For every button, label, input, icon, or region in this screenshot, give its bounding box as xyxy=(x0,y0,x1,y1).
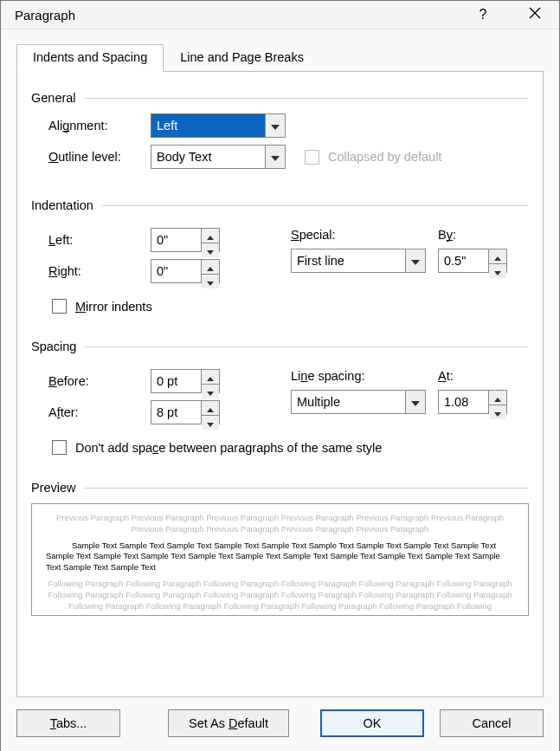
indent-left-down[interactable] xyxy=(202,243,219,257)
line-spacing-input[interactable] xyxy=(291,390,405,414)
by-up[interactable] xyxy=(489,249,506,263)
before-input[interactable] xyxy=(151,369,201,393)
caret-up-icon xyxy=(207,401,214,415)
at-up[interactable] xyxy=(489,391,506,405)
no-space-label: Don't add space between paragraphs of th… xyxy=(75,441,382,455)
caret-up-icon xyxy=(207,370,214,384)
after-up[interactable] xyxy=(202,401,219,415)
tabs-button[interactable]: Tabs... xyxy=(16,709,120,737)
indent-right-label: Right: xyxy=(48,264,151,278)
preview-box: Previous Paragraph Previous Paragraph Pr… xyxy=(31,503,529,616)
preview-following: Following Paragraph Following Paragraph … xyxy=(46,579,514,612)
caret-down-icon xyxy=(207,385,214,398)
outline-input[interactable] xyxy=(151,145,265,169)
close-icon xyxy=(529,7,541,23)
line-spacing-dropdown-button[interactable] xyxy=(405,390,426,414)
line-spacing-label: Line spacing: xyxy=(291,369,438,383)
set-as-default-button[interactable]: Set As Default xyxy=(168,709,289,737)
caret-down-icon xyxy=(207,275,214,288)
after-down[interactable] xyxy=(202,415,219,430)
indent-left-input[interactable] xyxy=(151,228,201,252)
indent-right-spinner[interactable] xyxy=(151,259,220,283)
caret-down-icon xyxy=(494,264,501,278)
outline-combo[interactable] xyxy=(151,145,286,169)
indent-right-input[interactable] xyxy=(151,259,201,283)
outline-dropdown-button[interactable] xyxy=(265,145,286,169)
alignment-combo[interactable] xyxy=(151,113,286,138)
at-input[interactable] xyxy=(438,390,488,414)
tab-label: Line and Page Breaks xyxy=(180,50,304,64)
tab-indents-spacing[interactable]: Indents and Spacing xyxy=(16,44,164,72)
preview-sample: Sample Text Sample Text Sample Text Samp… xyxy=(46,541,514,573)
indent-left-label: Left: xyxy=(48,233,151,247)
indent-right-up[interactable] xyxy=(202,260,219,274)
outline-label: Outline level: xyxy=(48,150,151,164)
caret-up-icon xyxy=(494,391,501,405)
special-label: Special: xyxy=(291,228,438,242)
at-label: At: xyxy=(438,369,486,383)
before-label: Before: xyxy=(48,374,151,388)
alignment-label: Alignment: xyxy=(48,119,151,133)
after-input[interactable] xyxy=(151,400,201,424)
by-label: By: xyxy=(438,228,486,242)
indent-left-up[interactable] xyxy=(202,229,219,243)
after-label: After: xyxy=(48,405,151,419)
caret-down-icon xyxy=(494,405,501,419)
tab-label: Indents and Spacing xyxy=(33,50,147,64)
collapsed-checkbox xyxy=(305,150,319,165)
ok-label: OK xyxy=(364,716,382,730)
ok-button[interactable]: OK xyxy=(320,709,424,737)
chevron-down-icon xyxy=(411,395,420,409)
close-button[interactable] xyxy=(519,1,550,29)
special-dropdown-button[interactable] xyxy=(405,249,426,273)
special-combo[interactable] xyxy=(291,249,426,273)
tab-line-page-breaks[interactable]: Line and Page Breaks xyxy=(164,44,320,72)
after-spinner[interactable] xyxy=(151,400,220,424)
chevron-down-icon xyxy=(271,119,280,133)
collapsed-label: Collapsed by default xyxy=(328,150,441,164)
cancel-button[interactable]: Cancel xyxy=(440,709,544,737)
section-preview: Preview xyxy=(31,481,76,495)
chevron-down-icon xyxy=(271,150,280,164)
cancel-label: Cancel xyxy=(472,716,511,730)
alignment-dropdown-button[interactable] xyxy=(265,113,286,138)
tabstrip: Indents and Spacing Line and Page Breaks xyxy=(16,43,544,72)
caret-down-icon xyxy=(207,243,214,257)
before-spinner[interactable] xyxy=(151,369,220,393)
paragraph-dialog: Paragraph ? Indents and Spacing Line and… xyxy=(0,0,560,751)
caret-up-icon xyxy=(207,260,214,274)
by-spinner[interactable] xyxy=(438,249,507,273)
chevron-down-icon xyxy=(411,254,420,268)
caret-down-icon xyxy=(207,416,214,430)
mirror-indents-label: Mirror indents xyxy=(75,300,152,314)
line-spacing-combo[interactable] xyxy=(291,390,426,414)
alignment-input[interactable] xyxy=(151,113,265,138)
section-indentation: Indentation xyxy=(31,198,93,212)
no-space-checkbox[interactable] xyxy=(52,440,67,455)
before-up[interactable] xyxy=(202,370,219,384)
caret-up-icon xyxy=(494,249,501,263)
help-button[interactable]: ? xyxy=(467,1,499,29)
indent-right-down[interactable] xyxy=(202,274,219,288)
by-down[interactable] xyxy=(489,263,506,278)
special-input[interactable] xyxy=(291,249,405,273)
at-down[interactable] xyxy=(489,405,506,419)
indent-left-spinner[interactable] xyxy=(151,228,220,252)
section-spacing: Spacing xyxy=(31,340,76,353)
preview-previous: Previous Paragraph Previous Paragraph Pr… xyxy=(46,513,514,535)
at-spinner[interactable] xyxy=(438,390,507,414)
caret-up-icon xyxy=(207,229,214,243)
by-input[interactable] xyxy=(438,249,488,273)
mirror-indents-checkbox[interactable] xyxy=(52,299,67,314)
before-down[interactable] xyxy=(202,384,219,398)
window-title: Paragraph xyxy=(15,8,75,23)
section-general: General xyxy=(31,91,76,105)
titlebar: Paragraph ? xyxy=(1,1,559,29)
